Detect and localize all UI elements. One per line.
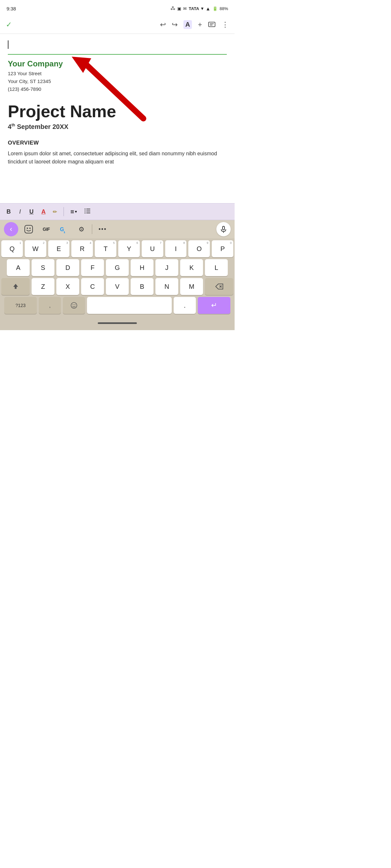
text-cursor xyxy=(8,40,8,49)
keyboard-divider xyxy=(92,224,92,234)
battery-percent: 88% xyxy=(220,6,228,11)
key-z[interactable]: Z xyxy=(32,278,54,295)
wifi-icon: ▾ xyxy=(201,5,204,11)
shift-button[interactable] xyxy=(1,278,30,295)
toolbar-right: ↩ ↪ A + ⋮ xyxy=(160,20,229,29)
svg-point-9 xyxy=(84,208,85,209)
sticker-button[interactable] xyxy=(22,222,36,236)
align-button[interactable]: ≡ ▾ xyxy=(68,207,79,217)
company-info: Your Company 123 Your Street Your City, … xyxy=(8,59,227,93)
svg-text:₁: ₁ xyxy=(63,229,65,234)
gif-button[interactable]: GIF xyxy=(39,222,53,236)
battery-icon: 🔋 xyxy=(213,6,218,11)
numbers-button[interactable]: ?123 xyxy=(4,297,37,314)
msg-icon: ✉ xyxy=(183,6,187,11)
svg-point-10 xyxy=(84,210,85,211)
signal-icon: ▲ xyxy=(205,6,211,11)
key-k[interactable]: K xyxy=(180,259,203,276)
key-f[interactable]: F xyxy=(81,259,104,276)
keyboard-row-2: A S D F G H J K L xyxy=(1,259,233,276)
slack-icon: ⁂ xyxy=(170,5,175,11)
key-s[interactable]: S xyxy=(32,259,54,276)
text-color-button[interactable]: A xyxy=(39,207,48,217)
keyboard-extras-left: ‹ GIF G ₁ ⚙ ••• xyxy=(4,222,110,236)
company-address-line1: 123 Your Street xyxy=(8,70,227,78)
company-name: Your Company xyxy=(8,59,227,68)
key-i[interactable]: 8I xyxy=(165,240,187,257)
bottom-bar xyxy=(0,317,234,330)
more-button[interactable]: ⋮ xyxy=(222,21,229,29)
key-j[interactable]: J xyxy=(156,259,178,276)
key-y[interactable]: 6Y xyxy=(118,240,140,257)
key-e[interactable]: 3E xyxy=(48,240,70,257)
tata-icon: TATA xyxy=(189,6,199,11)
emoji-button[interactable] xyxy=(63,297,85,314)
key-q[interactable]: 1Q xyxy=(1,240,23,257)
key-n[interactable]: N xyxy=(156,278,178,295)
key-r[interactable]: 4R xyxy=(72,240,93,257)
svg-rect-17 xyxy=(223,226,224,230)
delete-button[interactable] xyxy=(205,278,233,295)
text-format-button[interactable]: A xyxy=(184,20,192,29)
status-time: 9:38 xyxy=(6,6,16,11)
redo-button[interactable]: ↪ xyxy=(172,21,177,29)
comma-key[interactable]: , xyxy=(39,297,61,314)
svg-point-14 xyxy=(29,227,31,229)
period-key[interactable]: . xyxy=(174,297,196,314)
keyboard-row-1: 1Q 2W 3E 4R 5T 6Y 7U 8I 9O 0P xyxy=(1,240,233,257)
key-o[interactable]: 9O xyxy=(188,240,210,257)
date-superscript: th xyxy=(11,123,15,127)
svg-rect-12 xyxy=(25,225,33,233)
highlight-button[interactable]: ✏ xyxy=(51,207,59,216)
key-x[interactable]: X xyxy=(56,278,79,295)
key-g[interactable]: G xyxy=(106,259,129,276)
key-h[interactable]: H xyxy=(131,259,153,276)
status-bar: 9:38 ⁂ ▣ ✉ TATA ▾ ▲ 🔋 88% xyxy=(0,0,234,16)
check-button[interactable]: ✓ xyxy=(6,21,12,29)
align-icon: ≡ xyxy=(71,208,74,216)
keyboard-extra-row: ‹ GIF G ₁ ⚙ ••• xyxy=(0,220,234,238)
svg-point-22 xyxy=(73,304,73,305)
key-p[interactable]: 0P xyxy=(212,240,233,257)
status-icons: ⁂ ▣ ✉ TATA ▾ ▲ 🔋 88% xyxy=(170,5,228,11)
keyboard-row-4: ?123 , . ↵ xyxy=(1,297,233,314)
undo-button[interactable]: ↩ xyxy=(160,21,166,29)
space-key[interactable] xyxy=(87,297,172,314)
key-m[interactable]: M xyxy=(180,278,203,295)
italic-button[interactable]: I xyxy=(17,207,24,217)
cursor-line xyxy=(8,40,227,49)
comment-button[interactable] xyxy=(208,21,216,29)
enter-button[interactable]: ↵ xyxy=(198,297,230,314)
company-phone: (123) 456-7890 xyxy=(8,85,227,93)
key-u[interactable]: 7U xyxy=(142,240,163,257)
key-d[interactable]: D xyxy=(56,259,79,276)
key-w[interactable]: 2W xyxy=(25,240,46,257)
bold-button[interactable]: B xyxy=(4,207,13,217)
more-options-button[interactable]: ••• xyxy=(95,222,110,236)
align-arrow-icon: ▾ xyxy=(75,209,77,214)
svg-point-13 xyxy=(27,227,28,229)
svg-point-11 xyxy=(84,212,85,213)
format-divider xyxy=(63,207,64,216)
overview-text: Lorem ipsum dolor sit amet, consectetuer… xyxy=(8,150,227,166)
key-l[interactable]: L xyxy=(205,259,228,276)
project-name: Project Name xyxy=(8,102,227,121)
key-a[interactable]: A xyxy=(7,259,30,276)
svg-rect-0 xyxy=(208,22,215,27)
mic-button[interactable] xyxy=(216,222,231,236)
keyboard: 1Q 2W 3E 4R 5T 6Y 7U 8I 9O 0P A S D F G … xyxy=(0,238,234,317)
translate-button[interactable]: G ₁ xyxy=(57,222,71,236)
underline-button[interactable]: U xyxy=(27,207,36,217)
keyboard-back-button[interactable]: ‹ xyxy=(4,222,18,236)
key-t[interactable]: 5T xyxy=(95,240,116,257)
green-underline xyxy=(8,54,227,55)
list-button[interactable] xyxy=(82,206,93,217)
toolbar-left: ✓ xyxy=(6,21,12,29)
settings-button[interactable]: ⚙ xyxy=(74,222,89,236)
key-v[interactable]: V xyxy=(106,278,129,295)
svg-point-23 xyxy=(75,304,75,305)
key-c[interactable]: C xyxy=(81,278,104,295)
format-toolbar: B I U A ✏ ≡ ▾ xyxy=(0,203,234,220)
add-button[interactable]: + xyxy=(198,21,202,29)
key-b[interactable]: B xyxy=(131,278,153,295)
